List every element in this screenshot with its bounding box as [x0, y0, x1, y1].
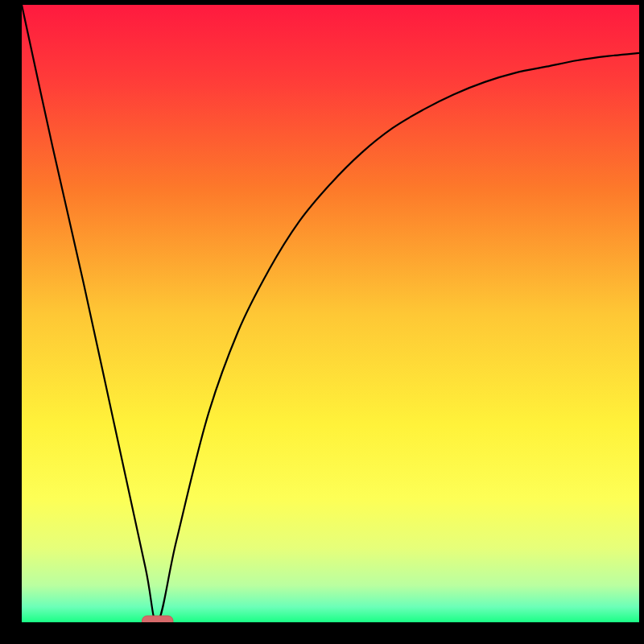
gradient-background: [22, 5, 639, 622]
chart-frame: TheBottleneck.com: [0, 0, 644, 644]
chart-svg: [22, 5, 639, 622]
minimum-marker: [142, 616, 173, 622]
plot-area: [22, 5, 639, 622]
